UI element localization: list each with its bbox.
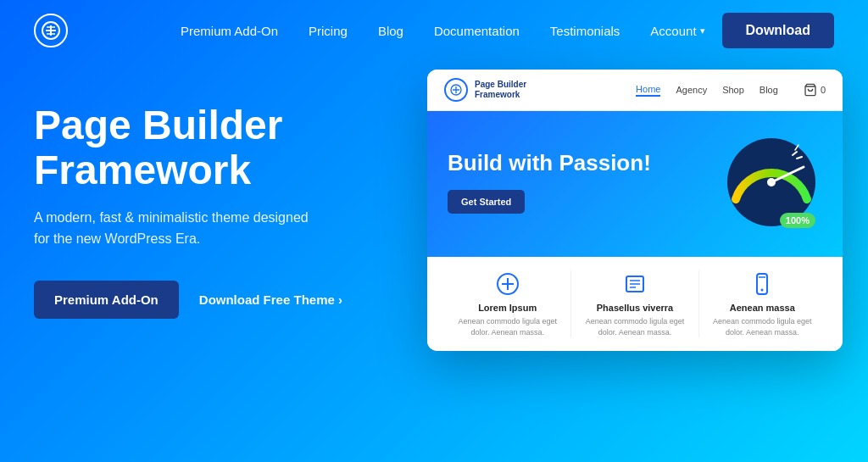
- feature-title-1: Lorem Ipsum: [451, 303, 564, 313]
- premium-addon-button[interactable]: Premium Add-On: [34, 281, 179, 319]
- header: Premium Add-On Pricing Blog Documentatio…: [0, 0, 868, 61]
- feature-desc-1: Aenean commodo ligula eget dolor. Aenean…: [451, 316, 564, 337]
- nav-documentation[interactable]: Documentation: [434, 24, 520, 38]
- hero-title: Page Builder Framework: [34, 103, 398, 193]
- inner-nav-home[interactable]: Home: [636, 84, 660, 97]
- cart-count: 0: [821, 85, 826, 95]
- feature-icon-1: [494, 270, 521, 298]
- svg-point-23: [761, 289, 764, 292]
- inner-nav-blog[interactable]: Blog: [760, 85, 778, 95]
- inner-hero-text: Build with Passion! Get Started: [448, 151, 707, 214]
- hero-subtitle: A modern, fast & minimalistic theme desi…: [34, 207, 322, 250]
- inner-logo-icon: [444, 78, 468, 102]
- chevron-down-icon: ▾: [700, 25, 705, 36]
- nav-premium-addon[interactable]: Premium Add-On: [181, 24, 278, 38]
- inner-hero: Build with Passion! Get Started: [427, 111, 843, 257]
- hero-text-block: Page Builder Framework A modern, fast & …: [34, 86, 398, 319]
- feature-icon-3: [748, 270, 776, 298]
- inner-cart[interactable]: 0: [804, 83, 826, 97]
- inner-header: Page BuilderFramework Home Agency Shop B…: [427, 70, 843, 111]
- logo-icon: [34, 14, 68, 47]
- feature-item-1: Lorem Ipsum Aenean commodo ligula eget d…: [444, 270, 571, 337]
- download-free-theme-link[interactable]: Download Free Theme ›: [199, 292, 342, 307]
- feature-desc-3: Aenean commodo ligula eget dolor. Aenean…: [706, 316, 819, 337]
- hero-section: Page Builder Framework A modern, fast & …: [0, 61, 868, 462]
- inner-features: Lorem Ipsum Aenean commodo ligula eget d…: [427, 257, 843, 351]
- inner-logo-text: Page BuilderFramework: [475, 80, 526, 100]
- preview-card: Page BuilderFramework Home Agency Shop B…: [427, 70, 843, 351]
- nav-testimonials[interactable]: Testimonials: [550, 24, 620, 38]
- feature-icon-2: [621, 270, 648, 298]
- inner-nav-agency[interactable]: Agency: [676, 85, 707, 95]
- logo[interactable]: [34, 14, 68, 47]
- download-button[interactable]: Download: [722, 13, 834, 48]
- feature-item-3: Aenean massa Aenean commodo ligula eget …: [699, 270, 826, 337]
- nav-account[interactable]: Account ▾: [650, 24, 704, 38]
- nav-pricing[interactable]: Pricing: [309, 24, 348, 38]
- get-started-button[interactable]: Get Started: [448, 190, 525, 214]
- feature-item-2: Phasellus viverra Aenean commodo ligula …: [571, 270, 698, 337]
- inner-nav-shop[interactable]: Shop: [722, 85, 744, 95]
- speed-badge: 100%: [780, 213, 815, 228]
- feature-title-3: Aenean massa: [706, 303, 819, 313]
- hero-buttons: Premium Add-On Download Free Theme ›: [34, 281, 398, 319]
- inner-nav: Home Agency Shop Blog 0: [636, 83, 826, 97]
- inner-hero-title: Build with Passion!: [448, 151, 707, 176]
- feature-title-2: Phasellus viverra: [578, 303, 691, 313]
- speedometer: 100%: [721, 131, 822, 233]
- inner-logo: Page BuilderFramework: [444, 78, 526, 102]
- main-nav: Premium Add-On Pricing Blog Documentatio…: [181, 24, 705, 38]
- feature-desc-2: Aenean commodo ligula eget dolor. Aenean…: [578, 316, 691, 337]
- nav-blog[interactable]: Blog: [378, 24, 403, 38]
- svg-point-11: [767, 178, 776, 186]
